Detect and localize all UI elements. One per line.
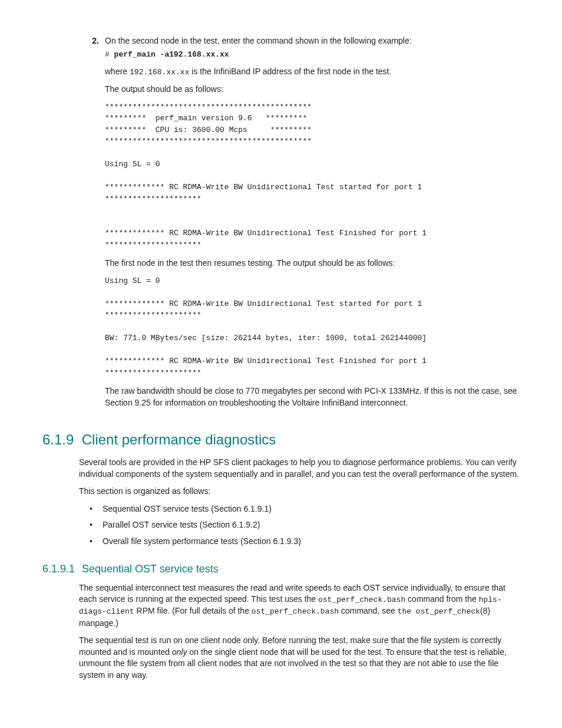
step-intro: On the second node in the test, enter th…	[105, 36, 412, 45]
code-inline: ost_perf_check.bash	[318, 595, 405, 604]
list-item: Parallel OST service tests (Section 6.1.…	[79, 519, 520, 531]
cmd-prompt: #	[105, 50, 114, 59]
h619-bullet-list: Sequential OST service tests (Section 6.…	[79, 503, 520, 548]
list-item: Overall file system performance tests (S…	[79, 536, 520, 548]
bandwidth-summary: The raw bandwidth should be close to 770…	[105, 386, 520, 409]
resume-text: The first node in the test then resumes …	[105, 258, 520, 269]
heading-6-1-9: 6.1.9 Client performance diagnostics	[42, 430, 520, 450]
text: command from the	[405, 594, 479, 604]
code-inline: the ost_perf_check	[398, 607, 480, 616]
code-inline: ost_perf_check.bash	[252, 607, 339, 616]
heading-title: Client performance diagnostics	[82, 431, 276, 447]
output-block-2: Using SL = 0 ************* RC RDMA-Write…	[105, 275, 520, 379]
cmd-text: perf_main -a192.168.xx.xx	[114, 50, 229, 59]
text: command, see	[339, 606, 398, 615]
h6191-p2: The sequential test is run on one client…	[79, 635, 520, 681]
heading-num: 6.1.9	[42, 430, 74, 450]
step-number: 2.	[79, 35, 105, 414]
heading-title: Sequential OST service tests	[82, 563, 219, 575]
h6191-p1: The sequential interconnect test measure…	[79, 582, 520, 630]
output-intro: The output should be as follows:	[105, 84, 520, 95]
h619-p2: This section is organized as follows:	[79, 486, 520, 498]
heading-num: 6.1.9.1	[42, 562, 79, 577]
where-b: is the InfiniBand IP address of the firs…	[189, 67, 391, 76]
output-block-1: ****************************************…	[105, 101, 520, 251]
heading-6-1-9-1: 6.1.9.1 Sequential OST service tests	[42, 562, 520, 577]
list-item: Sequential OST service tests (Section 6.…	[79, 503, 520, 515]
text: RPM file. (For full details of the	[134, 606, 252, 615]
h619-p1: Several tools are provided in the HP SFS…	[79, 457, 520, 480]
where-a: where	[105, 67, 130, 76]
where-ip: 192.168.xx.xx	[130, 68, 189, 77]
emphasis: only	[172, 647, 187, 657]
